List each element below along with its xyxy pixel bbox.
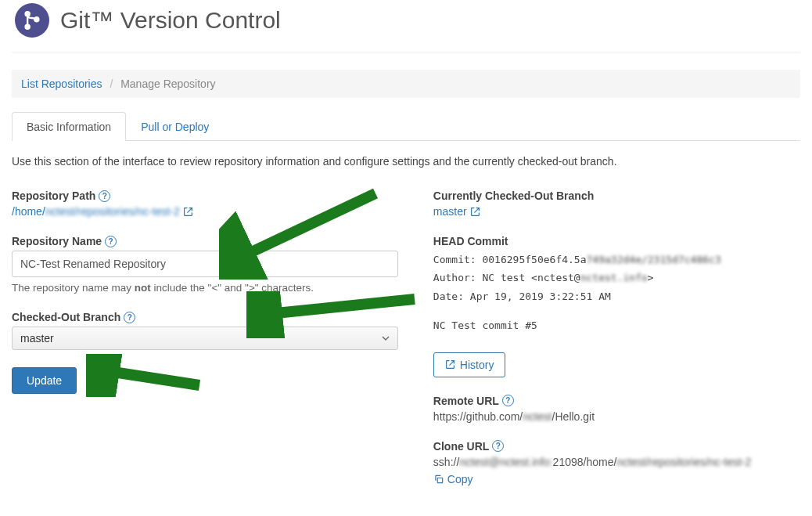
page-title: Git™ Version Control bbox=[60, 7, 281, 34]
repo-name-label: Repository Name ? bbox=[12, 235, 398, 247]
repo-path-label: Repository Path ? bbox=[12, 189, 398, 202]
repo-path-value[interactable]: /home/nctest/repositories/nc-test-2 bbox=[12, 205, 398, 218]
external-link-icon bbox=[445, 359, 455, 370]
head-commit-label: HEAD Commit bbox=[433, 235, 800, 247]
remote-url-label: Remote URL ? bbox=[433, 395, 800, 407]
current-branch-value: master bbox=[433, 205, 467, 218]
clone-url-label: Clone URL ? bbox=[433, 440, 800, 453]
tabs: Basic Information Pull or Deploy bbox=[12, 112, 800, 141]
git-logo-icon bbox=[15, 3, 49, 38]
svg-point-1 bbox=[26, 25, 30, 29]
branch-select[interactable]: master bbox=[12, 327, 398, 350]
breadcrumb-separator: / bbox=[105, 78, 117, 90]
history-button[interactable]: History bbox=[433, 352, 506, 377]
remote-url-value: https://github.com/nctest/Hello.git bbox=[433, 410, 800, 423]
clone-url-value: ssh://nctest@nctest.info:21098/home/ncte… bbox=[433, 456, 800, 468]
breadcrumb: List Repositories / Manage Repository bbox=[12, 70, 800, 98]
current-branch-label: Currently Checked-Out Branch bbox=[433, 189, 800, 202]
copy-icon bbox=[433, 474, 444, 485]
update-button[interactable]: Update bbox=[12, 367, 77, 394]
head-commit-details: Commit: 0016295f50e6f4.5a749a32d4e/2315d… bbox=[433, 251, 800, 335]
current-branch-link[interactable]: master bbox=[433, 205, 480, 218]
svg-point-0 bbox=[26, 12, 30, 16]
commit-message: NC Test commit #5 bbox=[433, 316, 800, 334]
repo-path-label-text: Repository Path bbox=[12, 189, 95, 202]
svg-point-2 bbox=[34, 17, 38, 21]
repo-path-blurred: nctest/repositories/nc-test-2 bbox=[45, 205, 180, 218]
copy-link[interactable]: Copy bbox=[433, 473, 473, 485]
repo-name-input[interactable] bbox=[12, 251, 398, 277]
branch-label: Checked-Out Branch ? bbox=[12, 311, 398, 323]
help-icon[interactable]: ? bbox=[105, 236, 117, 247]
svg-rect-3 bbox=[437, 478, 442, 482]
breadcrumb-link-list-repositories[interactable]: List Repositories bbox=[21, 78, 102, 90]
tab-basic-information[interactable]: Basic Information bbox=[12, 112, 126, 141]
repo-name-label-text: Repository Name bbox=[12, 235, 102, 247]
help-icon[interactable]: ? bbox=[124, 312, 135, 323]
external-link-icon bbox=[470, 207, 480, 217]
branch-label-text: Checked-Out Branch bbox=[12, 311, 120, 323]
help-icon[interactable]: ? bbox=[492, 440, 504, 452]
branch-select-value: master bbox=[20, 332, 54, 345]
help-icon[interactable]: ? bbox=[99, 190, 110, 202]
copy-link-label: Copy bbox=[447, 473, 473, 485]
external-link-icon bbox=[183, 207, 193, 217]
repo-name-help-text: The repository name may not include the … bbox=[12, 282, 398, 294]
repo-path-prefix: /home/ bbox=[12, 205, 45, 218]
history-button-label: History bbox=[460, 359, 494, 371]
breadcrumb-active: Manage Repository bbox=[120, 78, 215, 90]
help-icon[interactable]: ? bbox=[502, 395, 514, 406]
tab-description: Use this section of the interface to rev… bbox=[12, 155, 800, 168]
page-header: Git™ Version Control bbox=[12, 0, 800, 52]
tab-pull-or-deploy[interactable]: Pull or Deploy bbox=[126, 112, 224, 141]
chevron-down-icon bbox=[382, 332, 390, 345]
